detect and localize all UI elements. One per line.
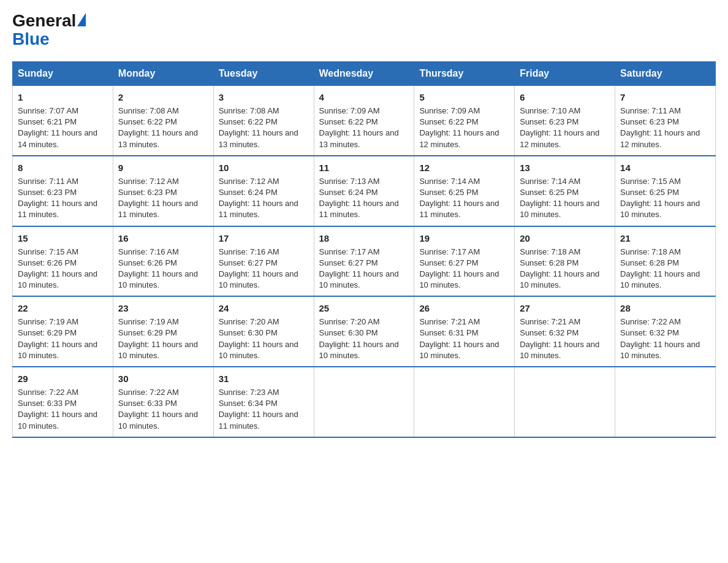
sunset-info: Sunset: 6:22 PM xyxy=(118,117,177,126)
sunset-info: Sunset: 6:33 PM xyxy=(118,399,177,408)
sunrise-info: Sunrise: 7:12 AM xyxy=(118,177,179,186)
sunrise-info: Sunrise: 7:11 AM xyxy=(18,177,78,186)
sunrise-info: Sunrise: 7:17 AM xyxy=(319,247,380,256)
sunset-info: Sunset: 6:30 PM xyxy=(219,328,278,337)
sunrise-info: Sunrise: 7:14 AM xyxy=(520,177,580,186)
sunset-info: Sunset: 6:24 PM xyxy=(319,188,378,197)
daylight-info: Daylight: 11 hours and 13 minutes. xyxy=(118,128,198,148)
sunrise-info: Sunrise: 7:20 AM xyxy=(319,317,380,326)
day-number: 7 xyxy=(620,91,710,104)
sunset-info: Sunset: 6:25 PM xyxy=(520,188,578,197)
sunrise-info: Sunrise: 7:21 AM xyxy=(419,317,480,326)
sunrise-info: Sunrise: 7:11 AM xyxy=(620,106,681,115)
sunrise-info: Sunrise: 7:16 AM xyxy=(118,247,179,256)
daylight-info: Daylight: 11 hours and 10 minutes. xyxy=(118,410,198,430)
day-number: 6 xyxy=(520,91,610,104)
col-header-friday: Friday xyxy=(515,62,615,86)
sunset-info: Sunset: 6:22 PM xyxy=(219,117,278,126)
sunrise-info: Sunrise: 7:14 AM xyxy=(419,177,480,186)
day-cell: 1 Sunrise: 7:07 AM Sunset: 6:21 PM Dayli… xyxy=(13,86,113,156)
day-cell xyxy=(515,367,615,437)
daylight-info: Daylight: 11 hours and 11 minutes. xyxy=(219,410,298,430)
day-number: 24 xyxy=(219,302,309,315)
day-number: 25 xyxy=(319,302,409,315)
day-cell: 3 Sunrise: 7:08 AM Sunset: 6:22 PM Dayli… xyxy=(213,86,314,156)
daylight-info: Daylight: 11 hours and 10 minutes. xyxy=(620,269,700,289)
sunset-info: Sunset: 6:27 PM xyxy=(419,258,478,267)
daylight-info: Daylight: 11 hours and 10 minutes. xyxy=(319,269,399,289)
sunrise-info: Sunrise: 7:08 AM xyxy=(219,106,279,115)
sunset-info: Sunset: 6:32 PM xyxy=(520,328,578,337)
sunrise-info: Sunrise: 7:22 AM xyxy=(620,317,681,326)
day-number: 5 xyxy=(419,91,509,104)
sunset-info: Sunset: 6:31 PM xyxy=(419,328,478,337)
day-cell: 18 Sunrise: 7:17 AM Sunset: 6:27 PM Dayl… xyxy=(314,226,414,297)
sunrise-info: Sunrise: 7:15 AM xyxy=(18,247,78,256)
sunset-info: Sunset: 6:22 PM xyxy=(319,117,378,126)
day-number: 31 xyxy=(219,372,309,385)
day-number: 26 xyxy=(419,302,509,315)
calendar-table: SundayMondayTuesdayWednesdayThursdayFrid… xyxy=(12,61,716,438)
day-cell: 19 Sunrise: 7:17 AM Sunset: 6:27 PM Dayl… xyxy=(414,226,515,297)
col-header-thursday: Thursday xyxy=(414,62,515,86)
day-cell: 6 Sunrise: 7:10 AM Sunset: 6:23 PM Dayli… xyxy=(515,86,615,156)
sunrise-info: Sunrise: 7:08 AM xyxy=(118,106,179,115)
logo-triangle-icon xyxy=(77,13,86,26)
sunset-info: Sunset: 6:33 PM xyxy=(18,399,77,408)
sunrise-info: Sunrise: 7:22 AM xyxy=(18,388,78,397)
week-row-1: 1 Sunrise: 7:07 AM Sunset: 6:21 PM Dayli… xyxy=(13,86,716,156)
sunset-info: Sunset: 6:30 PM xyxy=(319,328,378,337)
sunrise-info: Sunrise: 7:17 AM xyxy=(419,247,480,256)
week-row-4: 22 Sunrise: 7:19 AM Sunset: 6:29 PM Dayl… xyxy=(13,296,716,367)
col-header-monday: Monday xyxy=(113,62,213,86)
sunset-info: Sunset: 6:22 PM xyxy=(419,117,478,126)
day-number: 18 xyxy=(319,232,409,245)
day-cell: 9 Sunrise: 7:12 AM Sunset: 6:23 PM Dayli… xyxy=(113,156,213,226)
daylight-info: Daylight: 11 hours and 10 minutes. xyxy=(118,269,198,289)
daylight-info: Daylight: 11 hours and 13 minutes. xyxy=(319,128,399,148)
day-cell: 4 Sunrise: 7:09 AM Sunset: 6:22 PM Dayli… xyxy=(314,86,414,156)
day-cell xyxy=(314,367,414,437)
day-cell: 17 Sunrise: 7:16 AM Sunset: 6:27 PM Dayl… xyxy=(213,226,314,297)
daylight-info: Daylight: 11 hours and 10 minutes. xyxy=(419,340,499,360)
day-number: 4 xyxy=(319,91,409,104)
day-number: 22 xyxy=(18,302,108,315)
col-header-tuesday: Tuesday xyxy=(213,62,314,86)
header-row: SundayMondayTuesdayWednesdayThursdayFrid… xyxy=(13,62,716,86)
sunrise-info: Sunrise: 7:09 AM xyxy=(319,106,380,115)
day-number: 20 xyxy=(520,232,610,245)
day-number: 1 xyxy=(18,91,108,104)
day-cell: 29 Sunrise: 7:22 AM Sunset: 6:33 PM Dayl… xyxy=(13,367,113,437)
daylight-info: Daylight: 11 hours and 10 minutes. xyxy=(319,340,399,360)
daylight-info: Daylight: 11 hours and 10 minutes. xyxy=(18,269,97,289)
day-number: 19 xyxy=(419,232,509,245)
day-cell: 20 Sunrise: 7:18 AM Sunset: 6:28 PM Dayl… xyxy=(515,226,615,297)
day-number: 17 xyxy=(219,232,309,245)
daylight-info: Daylight: 11 hours and 10 minutes. xyxy=(18,340,97,360)
day-cell: 14 Sunrise: 7:15 AM Sunset: 6:25 PM Dayl… xyxy=(615,156,716,226)
day-number: 28 xyxy=(620,302,710,315)
day-cell: 30 Sunrise: 7:22 AM Sunset: 6:33 PM Dayl… xyxy=(113,367,213,437)
daylight-info: Daylight: 11 hours and 10 minutes. xyxy=(18,410,97,430)
day-cell: 13 Sunrise: 7:14 AM Sunset: 6:25 PM Dayl… xyxy=(515,156,615,226)
daylight-info: Daylight: 11 hours and 12 minutes. xyxy=(520,128,599,148)
sunrise-info: Sunrise: 7:19 AM xyxy=(18,317,78,326)
day-cell: 12 Sunrise: 7:14 AM Sunset: 6:25 PM Dayl… xyxy=(414,156,515,226)
day-number: 30 xyxy=(118,372,208,385)
day-number: 10 xyxy=(219,161,309,174)
logo: General Blue xyxy=(12,12,86,49)
day-number: 13 xyxy=(520,161,610,174)
day-cell: 23 Sunrise: 7:19 AM Sunset: 6:29 PM Dayl… xyxy=(113,296,213,367)
sunset-info: Sunset: 6:29 PM xyxy=(18,328,77,337)
sunset-info: Sunset: 6:28 PM xyxy=(520,258,578,267)
day-cell: 28 Sunrise: 7:22 AM Sunset: 6:32 PM Dayl… xyxy=(615,296,716,367)
day-number: 8 xyxy=(18,161,108,174)
sunset-info: Sunset: 6:23 PM xyxy=(18,188,77,197)
sunrise-info: Sunrise: 7:15 AM xyxy=(620,177,681,186)
sunrise-info: Sunrise: 7:23 AM xyxy=(219,388,279,397)
day-cell: 21 Sunrise: 7:18 AM Sunset: 6:28 PM Dayl… xyxy=(615,226,716,297)
page-header: General Blue xyxy=(12,12,716,49)
day-cell: 25 Sunrise: 7:20 AM Sunset: 6:30 PM Dayl… xyxy=(314,296,414,367)
day-number: 23 xyxy=(118,302,208,315)
sunset-info: Sunset: 6:29 PM xyxy=(118,328,177,337)
